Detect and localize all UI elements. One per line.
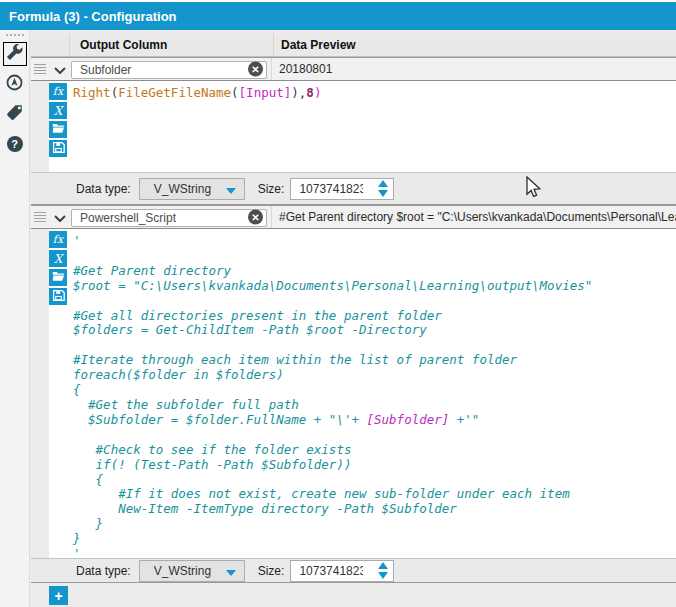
formula-row-subfolder: ✕ 20180801 — [31, 57, 676, 81]
save-expression-button[interactable] — [49, 288, 67, 305]
size-spinner — [290, 178, 394, 200]
folder-icon — [52, 122, 65, 137]
insert-field-button[interactable]: X — [49, 250, 67, 267]
output-column-input[interactable] — [71, 61, 267, 79]
insert-function-button[interactable]: fx — [49, 83, 67, 100]
sidebar-grip-dots[interactable] — [5, 34, 25, 36]
size-spinner — [290, 560, 394, 582]
column-header-row: Output Column Data Preview — [31, 33, 676, 57]
dropdown-arrow-icon — [226, 570, 236, 576]
folder-icon — [52, 270, 65, 285]
size-input[interactable] — [291, 564, 363, 578]
size-label: Size: — [258, 564, 285, 578]
save-expression-button[interactable] — [49, 140, 67, 157]
row-drag-handle[interactable] — [31, 212, 49, 222]
insert-function-button[interactable]: fx — [49, 231, 67, 248]
spin-up-icon[interactable] — [378, 562, 388, 569]
insert-field-button[interactable]: X — [49, 102, 67, 119]
mouse-cursor — [525, 176, 542, 200]
expression-editor-powershell[interactable]: fx X ' #Get Parent direct — [31, 229, 676, 558]
question-icon: ? — [7, 136, 23, 152]
save-icon — [52, 141, 65, 156]
formula-configuration-panel: Output Column Data Preview ✕ 20180801 fx… — [31, 30, 676, 607]
sidebar-item-help[interactable]: ? — [3, 132, 27, 156]
editor-toolbar: fx X — [49, 81, 67, 172]
output-column-input[interactable] — [71, 209, 267, 227]
tool-sidebar: ? — [0, 30, 30, 607]
data-preview-header: Data Preview — [273, 33, 676, 56]
size-label: Size: — [258, 182, 285, 196]
page-title: Formula (3) - Configuration — [9, 9, 177, 24]
data-type-label: Data type: — [76, 564, 131, 578]
save-icon — [52, 289, 65, 304]
expression-editor-subfolder[interactable]: fx X Right(FileGet — [31, 81, 676, 172]
expression-text[interactable]: Right(FileGetFileName([Input]),8) — [67, 81, 676, 172]
spin-down-icon[interactable] — [378, 190, 388, 197]
add-column-button[interactable]: + — [49, 586, 68, 605]
data-type-label: Data type: — [76, 182, 131, 196]
chevron-down-icon — [54, 208, 66, 226]
chevron-down-icon — [54, 60, 66, 78]
clear-column-icon[interactable]: ✕ — [248, 210, 263, 225]
data-type-select[interactable]: V_WString — [139, 178, 245, 200]
data-preview-value: #Get Parent directory $root = "C:\Users\… — [271, 206, 676, 228]
output-column-header: Output Column — [69, 33, 273, 56]
dropdown-arrow-icon — [226, 188, 236, 194]
row-drag-handle[interactable] — [31, 64, 49, 74]
editor-toolbar: fx X — [49, 229, 67, 558]
wrench-icon — [6, 44, 23, 65]
add-column-row: + — [31, 583, 676, 607]
data-type-select[interactable]: V_WString — [139, 560, 245, 582]
compass-icon — [6, 74, 23, 95]
collapse-formula-button[interactable] — [49, 60, 71, 78]
data-type-row-1: Data type: V_WString Size: — [31, 172, 676, 205]
sidebar-item-navigation[interactable] — [3, 72, 27, 96]
powershell-script-text[interactable]: ' #Get Parent directory$root = "C:\Users… — [67, 229, 676, 558]
configuration-title: Formula (3) - Configuration — [0, 2, 676, 30]
formula-row-powershell-script: ✕ #Get Parent directory $root = "C:\User… — [31, 205, 676, 229]
clear-column-icon[interactable]: ✕ — [248, 62, 263, 77]
data-type-row-2: Data type: V_WString Size: — [31, 558, 676, 583]
open-expression-button[interactable] — [49, 269, 67, 286]
collapse-formula-button[interactable] — [49, 208, 71, 226]
sidebar-item-annotation[interactable] — [3, 102, 27, 126]
open-expression-button[interactable] — [49, 121, 67, 138]
spin-down-icon[interactable] — [378, 572, 388, 579]
data-preview-value: 20180801 — [271, 58, 676, 80]
spin-up-icon[interactable] — [378, 180, 388, 187]
sidebar-item-configuration[interactable] — [3, 42, 27, 66]
tag-icon — [6, 104, 23, 125]
size-input[interactable] — [291, 182, 363, 196]
